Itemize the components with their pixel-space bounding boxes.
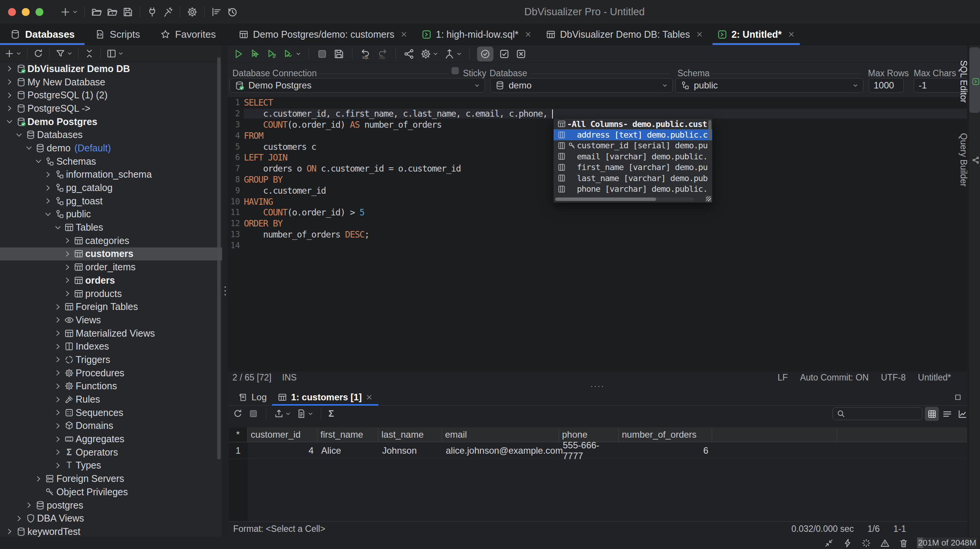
- cell-email[interactable]: alice.johnson@example.com: [442, 442, 559, 459]
- connection-dropdown[interactable]: Demo Postgres: [229, 78, 485, 93]
- add-connection-button[interactable]: [4, 48, 22, 59]
- redo-sql-button[interactable]: SQL: [376, 48, 388, 60]
- tree-item-tables[interactable]: Tables: [0, 221, 222, 234]
- maximize-results-icon[interactable]: [953, 393, 962, 402]
- expander-open-icon[interactable]: [43, 210, 53, 218]
- autocomplete-item[interactable]: email [varchar] demo.public.: [554, 151, 712, 162]
- tree-item-pg-catalog[interactable]: pg_catalog: [0, 181, 222, 194]
- schema-dropdown[interactable]: public: [675, 78, 863, 93]
- database-dropdown[interactable]: demo: [490, 78, 673, 93]
- expander-closed-icon[interactable]: [24, 501, 34, 509]
- results-tab-1-customers-1[interactable]: 1: customers [1]: [272, 389, 378, 405]
- tree-item-demo-postgres[interactable]: Demo Postgres: [0, 115, 222, 128]
- expander-closed-icon[interactable]: [62, 290, 72, 297]
- tree-item-dba-views[interactable]: DBA Views: [0, 512, 222, 525]
- expander-closed-icon[interactable]: [62, 263, 72, 271]
- expander-closed-icon[interactable]: [34, 475, 43, 483]
- close-tab-icon[interactable]: [696, 30, 703, 38]
- save-button[interactable]: [122, 6, 134, 18]
- column-header-first-name[interactable]: first_name: [317, 427, 378, 442]
- side-tab-query-builder[interactable]: Query Builder: [969, 117, 980, 199]
- expander-open-icon[interactable]: [24, 144, 34, 152]
- editor-line-13[interactable]: 13 number_of_orders DESC;: [228, 229, 967, 240]
- doc-tab-dbvisualizer-demo-db-tables[interactable]: DbVisualizer Demo DB: Tables: [539, 24, 710, 45]
- expander-closed-icon[interactable]: [43, 184, 53, 192]
- collapse-all-button[interactable]: [84, 48, 95, 59]
- maximize-window-button[interactable]: [35, 8, 43, 16]
- cell-empty[interactable]: [712, 442, 837, 459]
- popup-resize-grip[interactable]: [705, 196, 712, 202]
- open-file-button[interactable]: [91, 6, 102, 18]
- autocomplete-item[interactable]: first_name [varchar] demo.pu: [554, 162, 712, 173]
- editor-line-2[interactable]: 2 c.customer_id, c.first_name, c.last_na…: [228, 108, 967, 119]
- tree-item-foreign-servers[interactable]: Foreign Servers: [0, 472, 222, 485]
- settings-button[interactable]: [186, 6, 198, 18]
- execute-current-button[interactable]: [249, 48, 261, 60]
- tree-item-operators[interactable]: ΣOperators: [0, 446, 222, 459]
- expander-closed-icon[interactable]: [5, 92, 14, 99]
- popup-horizontal-scrollbar[interactable]: [555, 197, 694, 201]
- column-header-last-name[interactable]: last_name: [378, 427, 442, 442]
- results-splitter[interactable]: ····: [228, 383, 967, 389]
- expander-open-icon[interactable]: [34, 157, 43, 165]
- performance-button[interactable]: [842, 538, 853, 548]
- chevron-down-icon[interactable]: [72, 9, 78, 15]
- panel-layout-button[interactable]: [106, 48, 124, 59]
- minimize-window-button[interactable]: [22, 8, 30, 16]
- tab-scripts[interactable]: Scripts: [85, 24, 150, 45]
- tree-item-procedures[interactable]: Procedures: [0, 366, 222, 380]
- tree-item-public[interactable]: public: [0, 208, 222, 221]
- log-viewer-button[interactable]: [211, 6, 223, 18]
- expander-closed-icon[interactable]: [53, 396, 63, 403]
- tab-favorites[interactable]: Favorites: [150, 24, 226, 45]
- filter-button[interactable]: [55, 48, 73, 59]
- close-tab-icon[interactable]: [788, 30, 795, 38]
- tree-item-databases[interactable]: Databases: [0, 128, 222, 141]
- aggregate-button[interactable]: Σ: [328, 409, 334, 418]
- expander-closed-icon[interactable]: [43, 197, 53, 205]
- close-window-button[interactable]: [8, 8, 16, 16]
- tree-item-products[interactable]: products: [0, 287, 222, 300]
- tree-item-information-schema[interactable]: information_schema: [0, 168, 222, 181]
- tree-item-postgresql[interactable]: PostgreSQL ->: [0, 102, 222, 115]
- rollback-button[interactable]: [515, 48, 527, 60]
- cell-phone[interactable]: 555-666-7777: [559, 442, 619, 459]
- expander-closed-icon[interactable]: [53, 448, 63, 456]
- editor-line-14[interactable]: 14: [228, 240, 967, 251]
- column-header-customer-id[interactable]: customer_id: [248, 427, 317, 442]
- reload-button[interactable]: [232, 408, 243, 419]
- expander-open-icon[interactable]: [14, 131, 24, 139]
- grid-view-button[interactable]: [925, 407, 939, 421]
- column-header-empty[interactable]: [712, 427, 837, 442]
- expander-closed-icon[interactable]: [62, 250, 72, 258]
- tree-item-sequences[interactable]: Sequences: [0, 406, 222, 419]
- tree-item-keywordtest[interactable]: keywordTest: [0, 525, 222, 537]
- disconnect-button[interactable]: [162, 6, 174, 18]
- execute-explain-button[interactable]: [283, 48, 301, 60]
- expander-closed-icon[interactable]: [53, 369, 63, 377]
- expander-closed-icon[interactable]: [53, 303, 63, 311]
- tree-item-pg-toast[interactable]: pg_toast: [0, 194, 222, 208]
- sticky-checkbox[interactable]: [452, 67, 459, 74]
- tree-item-foreign-tables[interactable]: Foreign Tables: [0, 300, 222, 313]
- tree-item-orders[interactable]: orders: [0, 274, 222, 287]
- table-row[interactable]: 14AliceJohnsonalice.johnson@example.com5…: [229, 442, 967, 459]
- expander-closed-icon[interactable]: [53, 343, 63, 350]
- popup-vertical-scrollbar[interactable]: [708, 120, 711, 140]
- tree-scrollbar[interactable]: [217, 57, 221, 459]
- execute-buffer-button[interactable]: [266, 48, 278, 60]
- cell-number-of-orders[interactable]: 6: [619, 442, 712, 459]
- column-header-number-of-orders[interactable]: number_of_orders: [619, 427, 712, 442]
- chevron-down-icon[interactable]: [432, 51, 439, 57]
- tree-item-demo[interactable]: demo(Default): [0, 141, 222, 155]
- tree-item-rules[interactable]: Rules: [0, 393, 222, 406]
- expander-closed-icon[interactable]: [43, 171, 53, 178]
- expander-closed-icon[interactable]: [53, 329, 63, 337]
- side-tab-sql-editor[interactable]: SQL Editor: [969, 47, 980, 113]
- editor-line-1[interactable]: 1SELECT: [228, 97, 967, 108]
- expander-closed-icon[interactable]: [5, 104, 14, 112]
- new-object-button[interactable]: [59, 6, 78, 18]
- autocomplete-item[interactable]: -All Columns- demo.public.cust: [554, 119, 712, 129]
- results-search-input[interactable]: [833, 407, 922, 420]
- row-number[interactable]: 1: [229, 442, 248, 459]
